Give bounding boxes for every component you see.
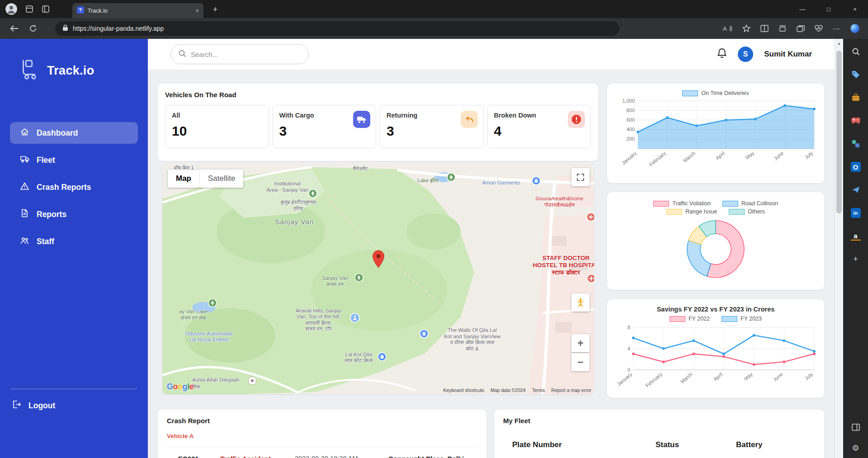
edge-sidebar-apps-icon[interactable] <box>850 138 861 149</box>
edge-sidebar-panel-icon[interactable] <box>850 422 861 433</box>
minimize-button[interactable]: — <box>789 0 816 18</box>
legend-item[interactable]: FY 2023 <box>722 316 762 322</box>
workspaces-icon[interactable] <box>25 5 33 13</box>
map-type-map-button[interactable]: Map <box>168 170 199 188</box>
sidebar-item-staff[interactable]: Staff <box>10 231 138 252</box>
sidebar-item-fleet[interactable]: Fleet <box>10 149 138 171</box>
stat-broken-down[interactable]: Broken Down 4 <box>487 105 591 148</box>
address-bar[interactable]: https://singular-panda.netlify.app <box>55 21 619 36</box>
edge-sidebar-search-icon[interactable] <box>850 46 861 57</box>
search-box[interactable] <box>170 44 309 64</box>
search-input[interactable] <box>191 51 295 58</box>
svg-text:1,000: 1,000 <box>622 98 635 104</box>
tab-favicon <box>77 6 84 15</box>
legend-item[interactable]: Range Issue <box>666 208 717 215</box>
logout-button[interactable]: Logout <box>11 395 137 416</box>
savings-chart-title: Savings FY 2022 vs FY 2023 in Crores <box>614 306 817 313</box>
user-avatar[interactable]: S <box>738 47 753 62</box>
zoom-in-button[interactable]: + <box>571 334 590 352</box>
edge-sidebar-shopping-icon[interactable] <box>850 69 861 80</box>
hospital-marker-2[interactable] <box>587 274 594 285</box>
main-location-pin[interactable] <box>372 250 384 270</box>
collections-icon[interactable] <box>797 25 805 32</box>
maximize-button[interactable]: □ <box>816 0 842 18</box>
more-menu-icon[interactable]: ⋯ <box>833 24 840 33</box>
browser-essentials-icon[interactable] <box>815 25 823 32</box>
sidebar-item-label: Fleet <box>37 156 55 165</box>
stat-with-cargo[interactable]: With Cargo 3 <box>273 105 377 148</box>
legend-item[interactable]: On Time Deliveries <box>682 90 749 96</box>
legend-swatch <box>682 90 698 96</box>
edge-sidebar-settings-icon[interactable]: ⚙ <box>850 443 861 453</box>
edge-sidebar-toolbox-icon[interactable] <box>850 92 861 103</box>
sidebar-item-crash-reports[interactable]: Crash Reports <box>10 176 138 198</box>
vertical-tabs-icon[interactable] <box>42 5 50 13</box>
edge-sidebar-send-icon[interactable] <box>850 184 861 195</box>
sidebar-item-dashboard[interactable]: Dashboard <box>10 122 138 144</box>
sidebar-item-label: Reports <box>37 210 66 219</box>
hospital-marker-1[interactable] <box>586 212 594 223</box>
aravali-hills-marker[interactable] <box>350 313 360 325</box>
google-logo[interactable]: Google <box>167 382 193 392</box>
bell-icon[interactable] <box>717 48 727 61</box>
keyboard-shortcuts-link[interactable]: Keyboard shortcuts <box>443 387 484 393</box>
savings-card: Savings FY 2022 vs FY 2023 in Crores FY … <box>607 299 824 398</box>
stat-returning[interactable]: Returning 3 <box>380 105 484 148</box>
scrollbar-up-ar[interactable]: ▲ <box>835 39 843 46</box>
lock-icon <box>62 24 68 33</box>
map-type-satellite-button[interactable]: Satellite <box>199 170 243 188</box>
browser-tab[interactable]: Track.io × <box>72 3 203 18</box>
map[interactable]: वॉच हिल 1InstitutionalArea - Sanjay Vanक… <box>162 164 594 394</box>
my-fleet-title: My Fleet <box>503 417 815 425</box>
legend-item[interactable]: Others <box>729 208 765 215</box>
svg-text:February: February <box>648 150 667 167</box>
terms-link[interactable]: Terms <box>532 387 545 393</box>
legend-item[interactable]: FY 2022 <box>670 316 710 322</box>
new-tab-button[interactable]: + <box>209 4 222 15</box>
edge-sidebar-linkedin-icon[interactable]: in <box>850 208 861 218</box>
savings-chart: 840JanuaryFebruaryMarchAprilMayJuneJuly <box>614 324 817 393</box>
crash-type: Traffic Accident <box>220 455 271 458</box>
logout-icon <box>12 400 21 411</box>
lal-kot-qila-marker[interactable] <box>377 352 387 363</box>
on-time-deliveries-chart: 1,000800600400200JanuaryFebruaryMarchApr… <box>614 98 817 176</box>
favorites-star-icon[interactable] <box>742 24 750 33</box>
pegman-control[interactable] <box>571 293 590 312</box>
home-icon <box>20 127 29 139</box>
stat-all[interactable]: All 10 <box>165 105 269 148</box>
report-map-error-link[interactable]: Report a map error <box>551 387 591 393</box>
favorites-bar-icon[interactable] <box>778 25 787 32</box>
read-aloud-icon[interactable]: A <box>723 25 732 32</box>
close-button[interactable]: × <box>842 0 868 18</box>
lake-park-marker[interactable] <box>447 173 456 184</box>
legend-label: Traffic Voilation <box>672 200 711 207</box>
logout-label: Logout <box>28 401 55 411</box>
dargaah-marker[interactable] <box>248 377 256 387</box>
page-scrollbar[interactable]: ▲ <box>835 39 843 458</box>
edge-sidebar-outlook-icon[interactable]: O <box>850 161 861 172</box>
fullscreen-button[interactable] <box>571 168 590 186</box>
walls-qila-marker[interactable] <box>420 329 429 340</box>
sanjay-van-marker[interactable] <box>354 273 363 284</box>
van-lake-marker[interactable] <box>208 298 217 309</box>
edge-sidebar-amazon-icon[interactable]: a <box>850 231 861 241</box>
legend-item[interactable]: Traffic Voilation <box>653 200 711 207</box>
legend-swatch <box>722 201 738 207</box>
browser-profile-icon[interactable] <box>5 3 17 15</box>
legend-item[interactable]: Road Collision <box>722 200 778 207</box>
tab-close-icon[interactable]: × <box>195 7 199 14</box>
edge-sidebar-games-icon[interactable] <box>850 115 861 126</box>
on-time-deliveries-card: On Time Deliveries 1,000800600400200Janu… <box>607 84 824 183</box>
aman-garments-marker[interactable] <box>532 176 541 187</box>
edge-sidebar-add-icon[interactable]: + <box>850 254 861 264</box>
scrollbar-thumb[interactable] <box>836 51 842 213</box>
back-icon[interactable] <box>10 25 19 32</box>
refresh-icon[interactable] <box>29 24 37 33</box>
institutional-park-marker[interactable] <box>308 189 317 200</box>
legend-label: Range Issue <box>685 208 717 215</box>
incident-types-card: Traffic VoilationRoad Collision Range Is… <box>607 192 824 290</box>
zoom-out-button[interactable]: − <box>571 353 590 371</box>
copilot-icon[interactable] <box>850 24 860 33</box>
sidebar-item-reports[interactable]: Reports <box>10 203 138 225</box>
split-screen-icon[interactable] <box>760 25 769 32</box>
